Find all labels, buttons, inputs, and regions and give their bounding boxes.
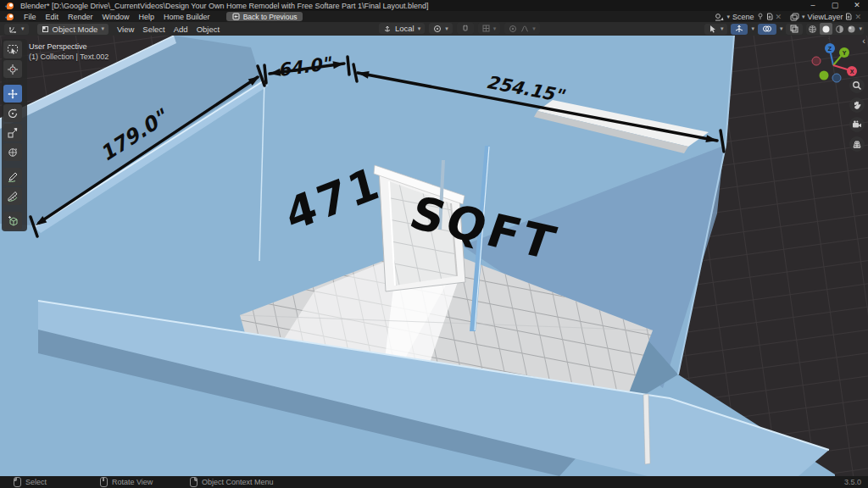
- tool-add-cube[interactable]: [3, 212, 22, 230]
- tool-measure[interactable]: [3, 187, 22, 205]
- proportional-editing-toggle[interactable]: ▾: [504, 23, 540, 34]
- overlays-dropdown[interactable]: ▾: [780, 25, 783, 32]
- status-bar: Select Rotate View Object Context Menu 3…: [0, 476, 868, 488]
- scene-selector[interactable]: ▾ Scene ✕: [715, 13, 782, 21]
- transform-icon: [7, 147, 19, 158]
- new-viewlayer-icon[interactable]: [845, 13, 852, 20]
- new-scene-icon[interactable]: [766, 13, 773, 20]
- shading-rendered-icon[interactable]: [847, 25, 856, 34]
- menu-edit[interactable]: Edit: [46, 13, 59, 21]
- move-icon: [7, 88, 19, 100]
- blender-menu-icon[interactable]: [5, 14, 14, 20]
- object-visibility-dropdown[interactable]: ▾: [704, 24, 728, 35]
- viewlayer-dropdown-chevron[interactable]: ▾: [802, 14, 805, 20]
- scene-render: 179.0" 64.0" 254.15" 471 SQFT: [0, 36, 868, 476]
- magnet-icon: [461, 25, 470, 33]
- menu-add[interactable]: Add: [174, 25, 188, 34]
- snap-settings[interactable]: ▾: [478, 23, 501, 34]
- gizmo-icon: [735, 25, 743, 33]
- menu-file[interactable]: File: [24, 13, 36, 21]
- menu-view[interactable]: View: [117, 25, 134, 34]
- sidebar-collapse-arrow[interactable]: ‹: [862, 36, 865, 46]
- scene-name[interactable]: Scene: [732, 13, 754, 21]
- window-title: Blender* [D:\Google Drive\_CurrentVideos…: [20, 2, 429, 10]
- falloff-curve-icon: [520, 25, 529, 33]
- editor-type-button[interactable]: ▾: [4, 24, 29, 35]
- overlays-icon: [762, 25, 772, 33]
- proportional-circle-icon: [509, 25, 517, 33]
- menu-select[interactable]: Select: [142, 25, 164, 34]
- hint-rotate-view: Rotate View: [100, 477, 153, 487]
- pin-icon[interactable]: [757, 13, 764, 20]
- svg-text:X: X: [850, 69, 854, 75]
- pivot-icon: [433, 25, 442, 33]
- unlink-scene-icon: ✕: [776, 13, 782, 21]
- zoom-button[interactable]: [849, 78, 865, 93]
- overlays-toggle[interactable]: [758, 24, 776, 35]
- remove-viewlayer-icon: ✕: [854, 13, 861, 21]
- tool-transform[interactable]: [3, 143, 22, 161]
- shading-material-icon[interactable]: [835, 25, 844, 34]
- shading-dropdown[interactable]: ▾: [859, 25, 862, 32]
- blender-logo-icon: [5, 3, 14, 9]
- pivot-point-selector[interactable]: ▾: [429, 23, 453, 34]
- scene-icon: [715, 13, 724, 21]
- shading-wireframe-icon[interactable]: [808, 25, 817, 34]
- active-object-overlay: (1) Collection | Text.002: [29, 53, 108, 61]
- object-mode-icon: [42, 25, 49, 33]
- mode-selector[interactable]: Object Mode ▾: [37, 24, 108, 35]
- svg-text:Z: Z: [828, 46, 832, 52]
- select-box-icon: [7, 44, 19, 56]
- shading-solid-icon: [821, 25, 831, 34]
- gizmos-dropdown[interactable]: ▾: [751, 25, 754, 32]
- xray-toggle[interactable]: [786, 24, 803, 35]
- tool-scale[interactable]: [3, 124, 22, 141]
- viewport-header: ▾ Object Mode ▾ View Select Add Object L…: [0, 22, 868, 36]
- blender-version: 3.5.0: [844, 478, 861, 486]
- viewlayer-icon: [790, 13, 799, 21]
- mouse-right-icon: [190, 477, 198, 487]
- mode-label: Object Mode: [53, 25, 98, 34]
- svg-text:Y: Y: [843, 50, 847, 56]
- menu-render[interactable]: Render: [68, 13, 93, 21]
- maximize-button[interactable]: ▢: [824, 0, 846, 11]
- transform-orientation-selector[interactable]: Local ▾: [379, 23, 425, 34]
- hand-icon: [852, 100, 862, 110]
- add-cube-icon: [7, 215, 19, 227]
- tool-rotate[interactable]: [3, 104, 22, 122]
- axis-y-neg-ball[interactable]: [820, 71, 829, 80]
- tool-move[interactable]: [3, 85, 22, 103]
- menu-help[interactable]: Help: [139, 13, 155, 21]
- menu-window[interactable]: Window: [103, 13, 130, 21]
- back-arrow-icon: [232, 13, 240, 20]
- close-button[interactable]: ✕: [846, 0, 868, 11]
- scene-dropdown-chevron[interactable]: ▾: [726, 14, 730, 20]
- shading-solid-active[interactable]: [820, 23, 832, 35]
- viewlayer-name[interactable]: ViewLayer: [808, 13, 843, 21]
- camera-icon: [852, 119, 862, 130]
- axis-z-neg-ball[interactable]: [832, 74, 841, 82]
- tool-annotate[interactable]: [3, 168, 22, 186]
- snap-toggle[interactable]: [457, 23, 474, 34]
- orientation-label: Local: [395, 24, 415, 33]
- viewlayer-selector[interactable]: ▾ ViewLayer ✕: [790, 13, 861, 21]
- shading-mode-group: ▾: [806, 24, 864, 35]
- viewport-nav-buttons: [849, 78, 865, 152]
- tool-cursor[interactable]: [3, 60, 22, 78]
- menu-home-builder[interactable]: Home Builder: [164, 13, 210, 21]
- tool-select-box[interactable]: [3, 41, 22, 58]
- camera-view-button[interactable]: [849, 117, 865, 132]
- visibility-cursor-icon: [709, 25, 717, 33]
- 3d-viewport[interactable]: 179.0" 64.0" 254.15" 471 SQFT User Persp…: [0, 36, 868, 476]
- back-to-previous-button[interactable]: Back to Previous: [226, 12, 303, 21]
- annotate-pencil-icon: [7, 171, 19, 183]
- minimize-button[interactable]: –: [802, 0, 824, 11]
- menu-object[interactable]: Object: [197, 25, 220, 34]
- gizmos-toggle[interactable]: [731, 24, 748, 35]
- hint-object-context-menu: Object Context Menu: [190, 477, 274, 487]
- axis-x-neg-ball[interactable]: [812, 57, 821, 65]
- cursor-3d-icon: [7, 64, 19, 75]
- measure-icon: [7, 191, 19, 202]
- pan-button[interactable]: [849, 97, 865, 113]
- ortho-toggle-button[interactable]: [849, 136, 865, 152]
